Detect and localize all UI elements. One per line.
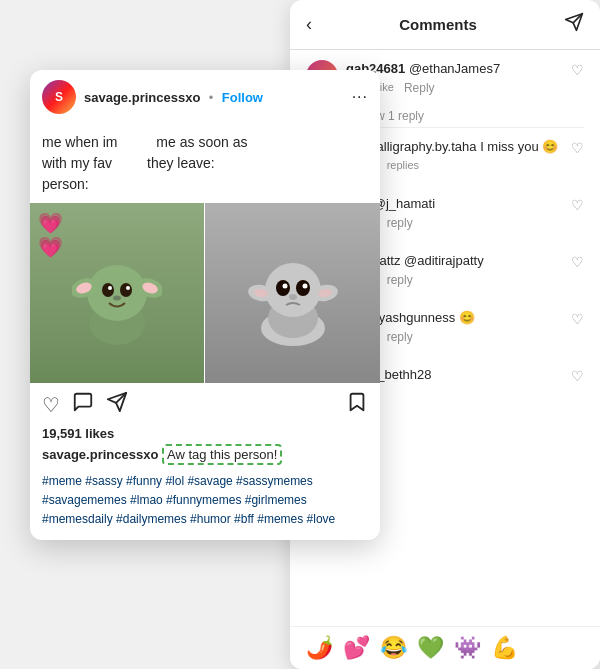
- yoda-svg-left: [72, 238, 162, 348]
- svg-point-20: [276, 280, 290, 296]
- post-card: S savage.princessxo • Follow ··· me when…: [30, 70, 380, 540]
- emoji-reaction-bar: 🌶️ 💕 😂 💚 👾 💪: [290, 626, 600, 669]
- comment-like-icon[interactable]: [571, 138, 584, 156]
- follow-button[interactable]: Follow: [222, 90, 263, 105]
- post-avatar: S: [42, 80, 76, 114]
- comment-like-icon[interactable]: [571, 366, 584, 384]
- post-header: S savage.princessxo • Follow ···: [30, 70, 380, 124]
- comments-title: Comments: [399, 16, 477, 33]
- post-images: 💗💗: [30, 203, 380, 383]
- emoji-alien[interactable]: 👾: [454, 635, 481, 661]
- svg-point-8: [102, 283, 114, 297]
- emoji-muscle[interactable]: 💪: [491, 635, 518, 661]
- reply-link2[interactable]: reply: [387, 329, 413, 346]
- svg-point-3: [87, 265, 147, 321]
- share-icon[interactable]: [106, 391, 128, 418]
- svg-point-12: [113, 296, 121, 301]
- svg-point-9: [120, 283, 132, 297]
- send-icon[interactable]: [564, 12, 584, 37]
- caption-text: me when im me as soon aswith my fav they…: [42, 134, 247, 192]
- svg-point-10: [108, 286, 112, 290]
- comment-like-icon[interactable]: [571, 309, 584, 327]
- emoji-pepper[interactable]: 🌶️: [306, 635, 333, 661]
- yoda-svg-right: [248, 238, 338, 348]
- more-options-icon[interactable]: ···: [352, 88, 368, 106]
- svg-point-15: [265, 263, 321, 317]
- comment-text: I miss you 😊: [480, 139, 558, 154]
- like-icon[interactable]: ♡: [42, 393, 60, 417]
- reply-link2[interactable]: reply: [387, 215, 413, 232]
- svg-point-22: [282, 284, 287, 289]
- reply-link2[interactable]: reply: [387, 272, 413, 289]
- svg-point-24: [289, 294, 297, 300]
- post-hashtags: #meme #sassy #funny #lol #savage #sassym…: [30, 468, 380, 540]
- post-user-info: savage.princessxo • Follow: [84, 88, 344, 106]
- emoji-laugh[interactable]: 😂: [380, 635, 407, 661]
- hashtag-text: #meme #sassy #funny #lol #savage #sassym…: [42, 474, 335, 526]
- comment-icon[interactable]: [72, 391, 94, 418]
- comment-like-icon[interactable]: [571, 195, 584, 213]
- yoda-happy: 💗💗: [30, 203, 204, 383]
- comment-username: savage.princessxo: [42, 447, 162, 462]
- yoda-sad: [205, 203, 380, 383]
- reply-link[interactable]: Reply: [404, 80, 435, 97]
- likes-count[interactable]: 19,591 likes: [30, 426, 380, 445]
- comment-like-icon[interactable]: [571, 60, 584, 78]
- comment-mention: @ethanJames7: [409, 61, 500, 76]
- post-image-left: 💗💗: [30, 203, 205, 383]
- replies-label: replies: [387, 158, 419, 175]
- svg-point-23: [302, 284, 307, 289]
- comments-header: ‹ Comments: [290, 0, 600, 50]
- comment-mention: @yashgunness 😊: [366, 310, 475, 325]
- tag-highlight: Aw tag this person!: [162, 444, 282, 465]
- bookmark-icon[interactable]: [346, 391, 368, 418]
- post-username[interactable]: savage.princessxo: [84, 90, 200, 105]
- hearts-overlay: 💗💗: [38, 211, 63, 259]
- comment-mention: @j_hamati: [373, 196, 435, 211]
- svg-point-21: [296, 280, 310, 296]
- post-caption: me when im me as soon aswith my fav they…: [30, 124, 380, 203]
- post-image-right: [205, 203, 380, 383]
- emoji-hearts[interactable]: 💕: [343, 635, 370, 661]
- post-actions: ♡: [30, 383, 380, 426]
- back-icon[interactable]: ‹: [306, 14, 312, 35]
- post-comment-line: savage.princessxo Aw tag this person!: [30, 445, 380, 468]
- comment-like-icon[interactable]: [571, 252, 584, 270]
- dot-separator: •: [209, 90, 214, 105]
- svg-point-11: [126, 286, 130, 290]
- emoji-green-heart[interactable]: 💚: [417, 635, 444, 661]
